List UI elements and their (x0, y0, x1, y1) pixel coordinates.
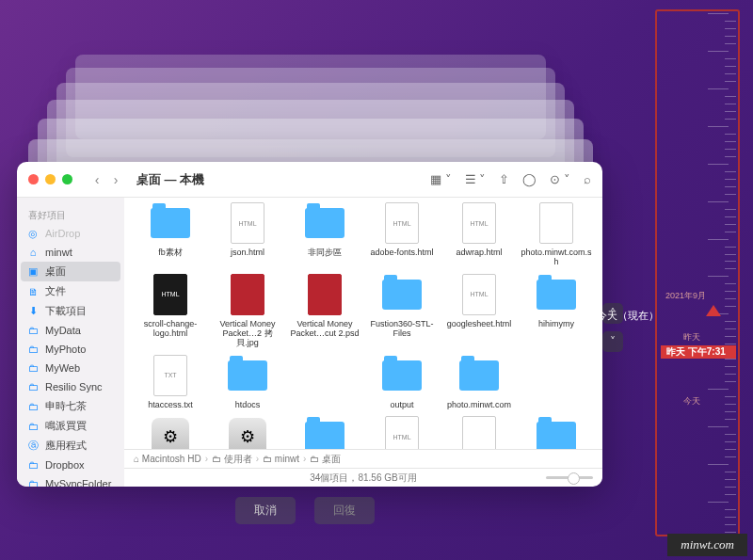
file-item[interactable]: Vertical Money Packet…cut 2.psd (288, 273, 361, 348)
sidebar-item[interactable]: 🗀Dropbox (17, 456, 124, 474)
file-item[interactable]: HTMLscroll-change-logo.html (134, 273, 207, 348)
traffic-lights (28, 174, 72, 184)
sidebar-item[interactable]: ⌂minwt (17, 243, 124, 262)
sidebar-item[interactable]: 🗀MyData (17, 321, 124, 340)
file-name: htaccess.txt (148, 400, 193, 409)
timeline-ruler[interactable]: 2021年9月 昨天 昨天 下午7:31 今天 (655, 9, 740, 536)
sidebar-label: 申時七茶 (45, 399, 87, 413)
folder-icon (305, 208, 344, 238)
sidebar-label: 文件 (45, 284, 66, 298)
action-button[interactable]: ⊙ ˅ (550, 172, 570, 186)
file-icon (462, 416, 496, 449)
file-item[interactable]: HTMLseo-template.html (365, 415, 439, 449)
file-item[interactable]: HTMLadwrap.html (442, 201, 516, 267)
sidebar-icon: ⬇ (26, 305, 40, 318)
file-item[interactable]: photo.minwt.com.sh (520, 201, 593, 267)
file-icon: TXT (153, 355, 187, 396)
path-segment[interactable]: 🗀 桌面 (310, 453, 341, 466)
sidebar-label: Resilio Sync (45, 381, 103, 392)
image-icon (308, 274, 342, 315)
path-segment[interactable]: 🗀 使用者 (212, 453, 252, 466)
file-item[interactable]: photo.minwt.com (442, 354, 516, 409)
tag-button[interactable]: ◯ (522, 172, 537, 186)
sidebar-item[interactable]: ⓐ應用程式 (17, 436, 124, 456)
search-icon[interactable]: ⌕ (584, 172, 591, 186)
sidebar-item[interactable]: 🗀MyWeb (17, 359, 124, 377)
tl-yday: 昨天 (683, 331, 700, 344)
cancel-button[interactable]: 取消 (235, 497, 296, 524)
folder-icon (382, 280, 422, 310)
file-name: photo.minwt.com.sh (521, 248, 592, 267)
sidebar-item[interactable]: 🗀MyPhoto (17, 340, 124, 359)
file-item[interactable]: htdocs (211, 354, 284, 409)
file-item[interactable]: 非同步區 (288, 201, 361, 267)
file-item[interactable]: HTMLadobe-fonts.html (365, 201, 439, 267)
path-segment[interactable]: ⌂ Macintosh HD (134, 454, 201, 464)
sidebar-icon: 🗀 (26, 380, 40, 393)
maximize-button[interactable] (62, 174, 72, 184)
file-item[interactable]: Vertical Money Packet…2 拷貝.jpg (211, 273, 284, 348)
sidebar-label: MyPhoto (45, 344, 86, 355)
file-icon: HTML (462, 274, 496, 315)
minimize-button[interactable] (45, 174, 56, 184)
group-button[interactable]: ☰ ˅ (465, 172, 487, 186)
file-grid: fb素材HTMLjson.html非同步區HTMLadobe-fonts.htm… (124, 198, 602, 449)
sidebar-item[interactable]: 🗎文件 (17, 281, 124, 301)
file-item[interactable]: www.minwt.com (520, 415, 593, 449)
file-name: scroll-change-logo.html (135, 319, 206, 339)
sidebar-item[interactable]: ▣桌面 (21, 262, 120, 281)
app-icon: ⚙ (229, 418, 266, 449)
folder-icon (537, 422, 576, 449)
share-button[interactable]: ⇧ (499, 172, 509, 186)
folder-icon (228, 360, 267, 391)
sidebar-icon: 🗀 (26, 343, 40, 356)
folder-icon (305, 422, 344, 449)
folder-icon (537, 280, 576, 310)
file-name: Vertical Money Packet…2 拷貝.jpg (212, 319, 283, 348)
file-item[interactable]: TXThtaccess.txt (134, 354, 207, 409)
sidebar-item[interactable]: 🗀鳴派買買 (17, 416, 124, 436)
file-item[interactable]: screenshot (288, 415, 361, 449)
sidebar-item[interactable]: ◎AirDrop (17, 224, 124, 243)
sidebar-label: 下載項目 (45, 304, 87, 318)
zoom-slider[interactable] (546, 476, 593, 479)
file-item[interactable]: ⚙resize-800.app (134, 415, 207, 449)
forward-button[interactable]: › (108, 172, 123, 187)
path-segment[interactable]: 🗀 minwt (263, 454, 299, 464)
file-item[interactable]: fb素材 (134, 201, 207, 267)
file-item[interactable]: Fustion360-STL-Files (365, 273, 439, 348)
watermark: minwt.com (667, 534, 747, 556)
sidebar-item[interactable]: ⬇下載項目 (17, 301, 124, 321)
tm-down-button[interactable]: ˅ (602, 331, 623, 352)
folder-icon (151, 208, 190, 238)
close-button[interactable] (28, 174, 39, 184)
file-item (520, 354, 593, 409)
file-item[interactable]: ⚙resize-1500.app (211, 415, 284, 449)
back-button[interactable]: ‹ (89, 172, 104, 187)
sidebar-item[interactable]: 🗀Resilio Sync (17, 377, 124, 396)
file-name: Fustion360-STL-Files (366, 319, 438, 339)
tl-selected[interactable]: 昨天 下午7:31 (661, 345, 736, 359)
file-item[interactable]: utility.css (442, 415, 516, 449)
file-item[interactable]: HTMLgooglesheet.html (442, 273, 516, 348)
file-item[interactable]: output (365, 354, 439, 409)
tl-today: 今天 (683, 395, 700, 408)
sidebar-item[interactable]: 🗀申時七茶 (17, 396, 124, 416)
sidebar-item[interactable]: 🗀MySyncFolder (17, 474, 124, 487)
file-name: htdocs (235, 400, 261, 409)
sidebar-label: Dropbox (45, 459, 85, 471)
file-item[interactable]: HTMLjson.html (211, 201, 284, 267)
window-title: 桌面 — 本機 (136, 171, 204, 188)
file-name: Vertical Money Packet…cut 2.psd (289, 319, 360, 339)
sidebar-label: MyData (45, 325, 81, 336)
file-name: adobe-fonts.html (370, 248, 433, 257)
file-icon: HTML (385, 202, 419, 244)
view-icons-button[interactable]: ▦ ˅ (430, 172, 452, 186)
file-item[interactable]: hihimymy (520, 273, 593, 348)
app-icon: ⚙ (152, 418, 189, 449)
titlebar: ‹ › 桌面 — 本機 ▦ ˅ ☰ ˅ ⇧ ◯ ⊙ ˅ ⌕ (17, 162, 602, 198)
file-icon (539, 202, 573, 244)
sidebar-icon: ⓐ (26, 440, 40, 453)
file-name: googlesheet.html (447, 319, 512, 328)
restore-button[interactable]: 回復 (314, 497, 375, 524)
